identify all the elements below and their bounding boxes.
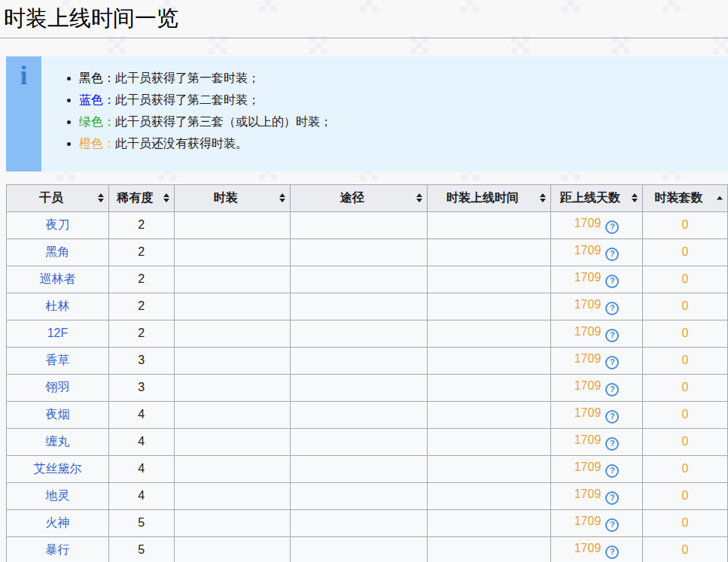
days-since-value: 1709 xyxy=(574,542,602,554)
sort-both-icon[interactable] xyxy=(632,193,638,202)
days-since-value: 1709 xyxy=(574,244,602,257)
outfit-count-cell: 0 xyxy=(643,536,728,562)
release-time-cell xyxy=(428,320,551,347)
outfit-cell xyxy=(174,536,290,562)
rarity-cell: 5 xyxy=(108,509,174,536)
question-mark-icon[interactable]: ? xyxy=(605,491,619,505)
column-header-outfit[interactable]: 时装 xyxy=(174,184,290,211)
table-row: 香草31709?0 xyxy=(7,347,728,374)
column-header-operator[interactable]: 干员 xyxy=(7,184,109,211)
rarity-cell: 2 xyxy=(108,238,174,266)
table-row: 暴行51709?0 xyxy=(7,536,728,562)
triangle-down xyxy=(163,199,169,202)
days-since-cell: 1709? xyxy=(551,509,643,536)
operator-link[interactable]: 地灵 xyxy=(45,489,69,502)
operator-link[interactable]: 巡林者 xyxy=(39,272,75,285)
question-mark-icon[interactable]: ? xyxy=(605,302,619,315)
operator-link[interactable]: 夜刀 xyxy=(45,218,69,231)
column-header-outfit-count[interactable]: 时装套数 xyxy=(643,184,728,211)
table-row: 杜林21709?0 xyxy=(7,293,728,320)
outfit-count-cell: 0 xyxy=(643,266,728,293)
question-mark-icon[interactable]: ? xyxy=(605,383,619,396)
days-since-value: 1709 xyxy=(574,352,602,365)
outfit-count-cell: 0 xyxy=(643,482,728,509)
question-mark-icon[interactable]: ? xyxy=(605,329,619,342)
infobox-body: 黑色：此干员获得了第一套时装；蓝色：此干员获得了第二套时装；绿色：此干员获得了第… xyxy=(41,56,728,172)
question-mark-icon[interactable]: ? xyxy=(605,275,619,288)
rarity-cell: 2 xyxy=(108,293,174,320)
operator-cell: 12F xyxy=(7,320,109,347)
release-time-cell xyxy=(428,482,551,509)
table-row: 翎羽31709?0 xyxy=(7,374,728,401)
outfit-release-table: 干员稀有度时装途径时装上线时间距上线天数时装套数 夜刀21709?0黑角2170… xyxy=(6,184,728,562)
operator-link[interactable]: 翎羽 xyxy=(45,381,69,393)
table-row: 巡林者21709?0 xyxy=(7,266,728,293)
operator-link[interactable]: 香草 xyxy=(45,354,69,366)
release-time-cell xyxy=(428,293,551,320)
rarity-cell: 2 xyxy=(108,211,174,238)
column-header-rarity[interactable]: 稀有度 xyxy=(108,184,174,211)
outfit-cell xyxy=(174,211,290,238)
operator-link[interactable]: 杜林 xyxy=(45,299,69,312)
legend-desc: 此干员还没有获得时装。 xyxy=(115,137,248,150)
operator-cell: 暴行 xyxy=(7,536,109,562)
sort-both-icon[interactable] xyxy=(416,193,422,202)
operator-link[interactable]: 夜烟 xyxy=(45,408,69,421)
days-since-cell: 1709? xyxy=(551,401,643,428)
table-row: 地灵41709?0 xyxy=(7,482,728,509)
triangle-down xyxy=(98,199,104,202)
question-mark-icon[interactable]: ? xyxy=(605,410,619,424)
question-mark-icon[interactable]: ? xyxy=(605,518,619,532)
rarity-cell: 4 xyxy=(108,428,174,455)
question-mark-icon[interactable]: ? xyxy=(605,545,619,559)
release-time-cell xyxy=(428,536,551,562)
legend-item-橙色: 橙色：此干员还没有获得时装。 xyxy=(79,132,720,154)
outfit-cell xyxy=(174,238,290,266)
rarity-cell: 2 xyxy=(108,266,174,293)
days-since-value: 1709 xyxy=(574,515,602,527)
question-mark-icon[interactable]: ? xyxy=(605,248,619,261)
sort-both-icon[interactable] xyxy=(163,193,169,202)
sort-both-icon[interactable] xyxy=(540,193,546,202)
channel-cell xyxy=(290,211,428,238)
operator-link[interactable]: 暴行 xyxy=(45,543,69,556)
operator-link[interactable]: 火神 xyxy=(45,516,69,529)
triangle-down xyxy=(279,199,285,202)
outfit-count-cell: 0 xyxy=(643,320,728,347)
release-time-cell xyxy=(428,266,551,293)
channel-cell xyxy=(290,482,428,509)
operator-link[interactable]: 艾丝黛尔 xyxy=(33,462,81,475)
question-mark-icon[interactable]: ? xyxy=(605,464,619,478)
question-mark-icon[interactable]: ? xyxy=(605,356,619,369)
days-since-cell: 1709? xyxy=(551,266,643,293)
release-time-cell xyxy=(428,347,551,374)
outfit-cell xyxy=(174,401,290,428)
sort-both-icon[interactable] xyxy=(279,193,285,202)
rarity-cell: 2 xyxy=(108,320,174,347)
question-mark-icon[interactable]: ? xyxy=(605,220,619,234)
question-mark-icon[interactable]: ? xyxy=(605,437,619,451)
sort-both-icon[interactable] xyxy=(98,193,104,202)
rarity-cell: 5 xyxy=(108,536,174,562)
infobox-list: 黑色：此干员获得了第一套时装；蓝色：此干员获得了第二套时装；绿色：此干员获得了第… xyxy=(41,67,720,154)
outfit-count-cell: 0 xyxy=(643,401,728,428)
column-header-channel[interactable]: 途径 xyxy=(290,184,428,211)
legend-desc: 此干员获得了第一套时装； xyxy=(115,71,260,84)
days-since-cell: 1709? xyxy=(551,347,643,374)
column-header-release-time[interactable]: 时装上线时间 xyxy=(428,184,551,211)
column-header-days-since[interactable]: 距上线天数 xyxy=(551,184,643,211)
operator-link[interactable]: 缠丸 xyxy=(45,435,69,448)
channel-cell xyxy=(290,293,428,320)
operator-cell: 夜刀 xyxy=(7,211,109,238)
table-header-row: 干员稀有度时装途径时装上线时间距上线天数时装套数 xyxy=(7,184,728,211)
sort-ascending-icon[interactable] xyxy=(717,196,723,200)
release-time-cell xyxy=(428,428,551,455)
triangle-up xyxy=(540,193,546,197)
days-since-cell: 1709? xyxy=(551,293,643,320)
days-since-value: 1709 xyxy=(574,379,602,392)
operator-link[interactable]: 12F xyxy=(47,327,69,339)
days-since-cell: 1709? xyxy=(551,374,643,401)
operator-link[interactable]: 黑角 xyxy=(45,245,69,258)
days-since-value: 1709 xyxy=(574,488,602,500)
legend-item-蓝色: 蓝色：此干员获得了第二套时装； xyxy=(79,89,720,111)
